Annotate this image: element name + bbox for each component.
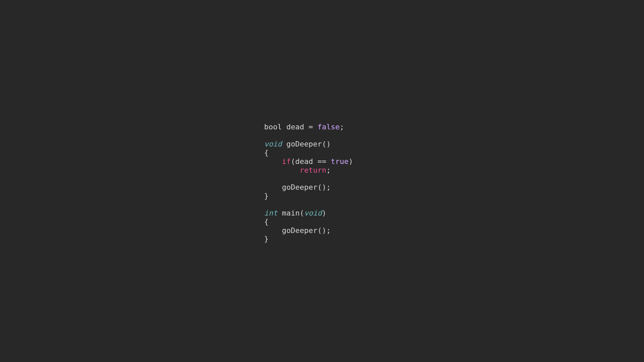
token-literal: true [331,157,348,166]
token-text: (dead == [291,157,331,166]
token-type: bool [264,123,282,131]
token-text: main( [277,209,304,217]
code-line-13: goDeeper(); [264,226,331,235]
token-text: dead = [282,123,318,131]
token-type: void [304,209,322,217]
token-indent [264,166,300,174]
code-line-11: int main(void) [264,209,326,217]
code-line-3: void goDeeper() [264,140,331,148]
token-text: ) [348,157,353,166]
code-block: bool dead = false; void goDeeper() { if(… [264,123,353,243]
token-text: goDeeper(); [264,226,331,235]
token-indent [264,157,282,166]
token-brace: } [264,192,269,200]
code-line-9: } [264,192,269,200]
token-text: ; [340,123,344,131]
code-line-8: goDeeper(); [264,183,331,191]
token-type: int [264,209,278,217]
code-line-12: { [264,218,269,226]
token-brace: { [264,148,269,157]
code-line-5: if(dead == true) [264,157,353,166]
token-literal: false [317,123,339,131]
token-text: ) [322,209,326,217]
token-text: goDeeper(); [264,183,331,191]
token-brace: } [264,235,269,243]
code-line-6: return; [264,166,331,174]
code-line-4: { [264,148,269,157]
token-text: goDeeper() [282,140,331,148]
token-brace: { [264,218,269,226]
token-keyword: return [300,166,326,174]
token-keyword: if [282,157,291,166]
code-line-1: bool dead = false; [264,123,344,131]
token-type: void [264,140,282,148]
token-text: ; [326,166,331,174]
code-line-14: } [264,235,269,243]
